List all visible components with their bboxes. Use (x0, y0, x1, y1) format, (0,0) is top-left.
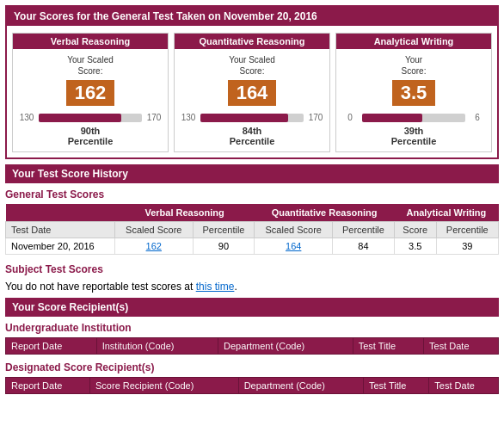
quantitative-bar-max: 170 (307, 113, 324, 122)
scaled-score-1-subheader: Scaled Score (114, 222, 193, 238)
dsg-department-header: Department (Code) (238, 378, 363, 394)
ug-report-date-header: Report Date (6, 338, 97, 355)
recipients-title: Your Score Recipient(s) (5, 298, 499, 317)
score-cards: Verbal Reasoning Your Scaled Score: 162 … (12, 33, 492, 152)
undergraduate-header-row: Report Date Institution (Code) Departmen… (6, 338, 499, 355)
table-row: November 20, 2016 162 90 164 84 3.5 39 (6, 238, 499, 255)
ug-test-date-header: Test Date (424, 338, 499, 355)
analytical-score: 3.5 (392, 80, 436, 106)
verbal-bar-container: 130 170 (18, 113, 163, 122)
this-time-link[interactable]: this time (196, 281, 235, 293)
verbal-bar-fill (39, 114, 121, 122)
row-test-date: November 20, 2016 (6, 238, 115, 255)
verbal-bar-max: 170 (145, 113, 163, 122)
quantitative-header: Quantitative Reasoning (255, 204, 394, 222)
quantitative-bar-min: 130 (180, 113, 197, 122)
ug-department-header: Department (Code) (218, 338, 353, 355)
score-panel-title: Your Scores for the General Test Taken o… (7, 7, 497, 26)
analytical-percentile: 39th Percentile (341, 126, 486, 146)
percentile-1-subheader: Percentile (193, 222, 255, 238)
undergraduate-title: Undergraduate Institution (5, 322, 499, 334)
recipients-section: Your Score Recipient(s) Undergraduate In… (5, 298, 499, 394)
quantitative-label: Your Scaled Score: (180, 54, 324, 77)
percentile-3-subheader: Percentile (436, 222, 498, 238)
dsg-report-date-header: Report Date (6, 378, 90, 394)
history-title: Your Test Score History (5, 164, 499, 183)
general-scores-table: Verbal Reasoning Quantitative Reasoning … (5, 204, 499, 255)
row-percentile-1: 90 (193, 238, 255, 255)
verbal-reasoning-card: Verbal Reasoning Your Scaled Score: 162 … (12, 33, 169, 152)
analytical-bar-max: 6 (469, 113, 486, 122)
analytical-label: Your Score: (341, 54, 486, 77)
dsg-test-title-header: Test Title (363, 378, 428, 394)
general-scores-title: General Test Scores (5, 188, 499, 201)
no-scores-text: You do not have reportable test scores a… (5, 281, 499, 293)
quantitative-title: Quantitative Reasoning (175, 34, 329, 49)
designated-header-row: Report Date Score Recipient (Code) Depar… (6, 378, 499, 394)
scaled-score-2-subheader: Scaled Score (255, 222, 333, 238)
analytical-title: Analytical Writing (336, 34, 491, 49)
row-scaled-1[interactable]: 162 (114, 238, 193, 255)
analytical-bar-fill (362, 114, 422, 122)
quantitative-percentile: 84th Percentile (180, 126, 324, 146)
analytical-writing-card: Analytical Writing Your Score: 3.5 0 6 3… (335, 33, 492, 152)
quantitative-bar-fill (200, 114, 288, 122)
general-subheader-row: Test Date Scaled Score Percentile Scaled… (6, 222, 499, 238)
verbal-percentile: 90th Percentile (18, 126, 163, 146)
verbal-title: Verbal Reasoning (13, 34, 168, 49)
analytical-bar (362, 114, 465, 122)
verbal-header: Verbal Reasoning (114, 204, 254, 222)
subject-scores-title: Subject Test Scores (5, 263, 499, 275)
history-section: Your Test Score History General Test Sco… (5, 164, 499, 293)
percentile-2-subheader: Percentile (333, 222, 395, 238)
quantitative-reasoning-card: Quantitative Reasoning Your Scaled Score… (174, 33, 330, 152)
designated-table: Report Date Score Recipient (Code) Depar… (5, 377, 499, 394)
dsg-test-date-header: Test Date (429, 378, 499, 394)
row-percentile-3: 39 (436, 238, 498, 255)
row-percentile-2: 84 (333, 238, 395, 255)
analytical-bar-container: 0 6 (341, 113, 486, 122)
row-scaled-2[interactable]: 164 (255, 238, 333, 255)
col-empty (6, 204, 115, 222)
ug-test-title-header: Test Title (353, 338, 423, 355)
analytical-header: Analytical Writing (394, 204, 498, 222)
ug-institution-header: Institution (Code) (96, 338, 218, 355)
score-3-subheader: Score (394, 222, 436, 238)
verbal-label: Your Scaled Score: (18, 54, 163, 77)
score-panel: Your Scores for the General Test Taken o… (5, 5, 499, 159)
general-header-row: Verbal Reasoning Quantitative Reasoning … (6, 204, 499, 222)
analytical-bar-min: 0 (341, 113, 359, 122)
undergraduate-table: Report Date Institution (Code) Departmen… (5, 337, 499, 355)
test-date-subheader: Test Date (6, 222, 115, 238)
verbal-score: 162 (66, 80, 115, 106)
quantitative-score: 164 (228, 80, 277, 106)
quantitative-bar-container: 130 170 (180, 113, 324, 122)
verbal-bar-min: 130 (18, 113, 35, 122)
dsg-recipient-header: Score Recipient (Code) (90, 378, 239, 394)
row-score-3: 3.5 (394, 238, 436, 255)
designated-title: Designated Score Recipient(s) (5, 361, 499, 373)
verbal-bar (39, 114, 142, 122)
quantitative-bar (200, 114, 304, 122)
